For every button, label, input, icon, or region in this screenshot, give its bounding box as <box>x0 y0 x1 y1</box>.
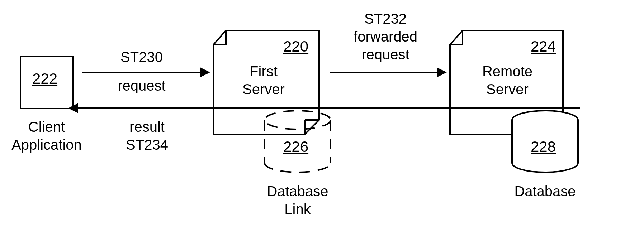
arrow1-line2: request <box>99 77 185 94</box>
dblink-label-2: Link <box>258 201 337 218</box>
arrow2-line2: forwarded <box>346 28 425 45</box>
dblink-label-1: Database <box>258 183 337 200</box>
svg-point-5 <box>265 111 331 129</box>
arrow2-line1: ST232 <box>346 10 425 27</box>
arrow-result-head <box>68 103 78 113</box>
arrow-result-line <box>78 107 580 109</box>
remote-server-num: 224 <box>531 38 556 56</box>
arrow-forward-head <box>437 67 447 77</box>
arrow1-line1: ST230 <box>99 48 185 66</box>
remote-server-label-2: Server <box>463 81 552 98</box>
arrow-request-line <box>82 72 201 73</box>
arrow-forward-line <box>330 72 437 73</box>
client-num: 222 <box>32 70 57 88</box>
arrow3-line1: result <box>111 118 183 135</box>
arrow-request-head <box>200 67 210 77</box>
dblink-num: 226 <box>283 138 308 156</box>
remote-server-label-1: Remote <box>463 63 552 80</box>
first-server-num: 220 <box>283 38 308 56</box>
first-server-label-2: Server <box>222 81 305 98</box>
arrow3-line2: ST234 <box>111 136 183 153</box>
arrow2-line3: request <box>346 46 425 63</box>
first-server-label-1: First <box>222 63 305 80</box>
client-label-2: Application <box>9 136 84 153</box>
database-num: 228 <box>531 138 556 156</box>
client-label-1: Client <box>9 118 84 135</box>
database-label-1: Database <box>506 183 584 200</box>
